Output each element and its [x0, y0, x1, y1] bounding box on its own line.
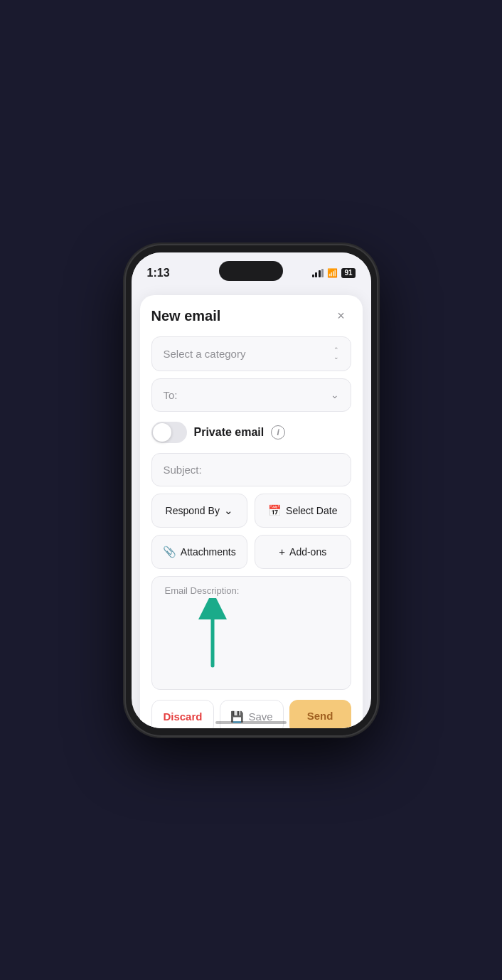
battery-icon: 91 — [341, 268, 355, 278]
attachments-label: Attachments — [181, 546, 236, 558]
chevron-down-icon: ⌄ — [331, 389, 339, 400]
subject-field[interactable]: Subject: — [151, 453, 351, 486]
info-icon[interactable]: i — [271, 425, 285, 440]
status-icons: 📶 91 — [312, 268, 356, 278]
to-field[interactable]: To: ⌄ — [151, 378, 351, 412]
description-box[interactable]: Email Description: — [151, 576, 351, 690]
modal-header: New email × — [151, 307, 351, 326]
home-indicator — [215, 721, 287, 724]
modal-container: New email × Select a category ⌃ ⌄ To: — [140, 295, 363, 728]
private-email-toggle[interactable] — [151, 422, 187, 443]
respond-by-label: Respond By — [166, 505, 220, 516]
category-selector[interactable]: Select a category ⌃ ⌄ — [151, 336, 351, 371]
phone-shell: 1:13 📶 91 New email — [126, 245, 377, 735]
private-email-label: Private email — [194, 426, 265, 439]
phone-screen: 1:13 📶 91 New email — [132, 252, 371, 728]
paperclip-icon: 📎 — [163, 545, 176, 558]
description-label: Email Description: — [162, 585, 341, 596]
addons-label: Add-ons — [289, 546, 326, 558]
respond-by-chevron-icon: ⌄ — [224, 504, 233, 517]
select-date-button[interactable]: 📅 Select Date — [255, 494, 351, 528]
signal-icon — [312, 269, 324, 277]
toggle-knob — [153, 423, 171, 442]
dynamic-island — [219, 261, 283, 281]
respond-by-button[interactable]: Respond By ⌄ — [151, 494, 248, 528]
to-placeholder: To: — [164, 389, 178, 401]
subject-placeholder: Subject: — [164, 464, 202, 476]
plus-icon: + — [279, 545, 285, 558]
save-button[interactable]: 💾 Save — [220, 700, 283, 728]
calendar-icon: 📅 — [268, 504, 282, 517]
select-date-label: Select Date — [286, 505, 337, 516]
close-button[interactable]: × — [331, 307, 351, 326]
respond-date-row: Respond By ⌄ 📅 Select Date — [151, 494, 351, 528]
addons-button[interactable]: + Add-ons — [255, 535, 351, 569]
chevron-updown-icon: ⌃ ⌄ — [333, 347, 339, 361]
category-placeholder: Select a category — [164, 348, 246, 360]
screen-body: New email × Select a category ⌃ ⌄ To: — [132, 284, 371, 728]
wifi-icon: 📶 — [327, 268, 338, 278]
send-button[interactable]: Send — [289, 700, 351, 728]
status-time: 1:13 — [147, 267, 170, 279]
modal-title: New email — [151, 308, 221, 324]
annotation-arrow — [191, 598, 234, 672]
bottom-buttons: Discard 💾 Save Send — [151, 700, 351, 728]
discard-button[interactable]: Discard — [151, 700, 215, 728]
private-email-row: Private email i — [151, 419, 351, 446]
respond-by-inner: Respond By ⌄ — [166, 504, 233, 517]
attachments-addons-row: 📎 Attachments + Add-ons — [151, 535, 351, 569]
attachments-button[interactable]: 📎 Attachments — [151, 535, 248, 569]
